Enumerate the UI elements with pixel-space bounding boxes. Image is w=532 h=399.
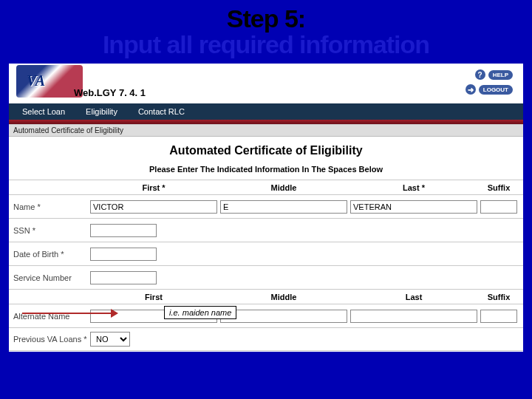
- breadcrumb: Automated Certificate of Eligibility: [9, 124, 523, 137]
- eligibility-form: First * Middle Last * Suffix Name * SSN …: [9, 180, 523, 351]
- menu-contact-rlc[interactable]: Contact RLC: [138, 107, 185, 116]
- app-title: Web.LGY 7. 4. 1: [74, 87, 146, 98]
- last-name-field[interactable]: [350, 200, 477, 214]
- page-title: Automated Certificate of Eligibility: [9, 144, 523, 157]
- app-screenshot: VA Web.LGY 7. 4. 1 ? HELP ➜ LOGOUT Selec…: [9, 64, 523, 352]
- col-alt-last: Last: [350, 293, 477, 301]
- slide-subtitle: Input all required information: [0, 30, 532, 59]
- col-last: Last *: [350, 183, 477, 192]
- suffix-field[interactable]: [480, 200, 517, 214]
- col-alt-middle: Middle: [220, 293, 347, 301]
- label-ssn: SSN *: [9, 226, 90, 235]
- va-logo: VA: [16, 65, 83, 98]
- alt-middle-field[interactable]: [220, 310, 347, 323]
- help-icon[interactable]: ?: [475, 69, 485, 80]
- logout-icon[interactable]: ➜: [466, 84, 476, 95]
- slide-title: Step 5: Input all required information: [0, 0, 532, 59]
- annotation-maiden-name: i.e. maiden name: [164, 306, 236, 319]
- col-middle: Middle: [220, 183, 347, 192]
- service-number-field[interactable]: [90, 271, 157, 284]
- first-name-field[interactable]: [90, 200, 217, 214]
- label-dob: Date of Birth *: [9, 250, 90, 259]
- app-header: VA Web.LGY 7. 4. 1 ? HELP ➜ LOGOUT: [9, 64, 523, 103]
- col-alt-first: First: [90, 293, 217, 301]
- ssn-field[interactable]: [90, 224, 157, 237]
- menu-select-loan[interactable]: Select Loan: [22, 107, 65, 116]
- alt-suffix-field[interactable]: [480, 310, 517, 323]
- middle-name-field[interactable]: [220, 200, 347, 214]
- label-service-number: Service Number: [9, 273, 90, 282]
- previous-loans-select[interactable]: NO: [90, 332, 130, 347]
- annotation-arrow: [22, 309, 118, 318]
- menu-bar: Select Loan Eligibility Contact RLC: [9, 103, 523, 120]
- label-previous-loans: Previous VA Loans *: [9, 335, 90, 344]
- form-prompt: Please Enter The Indicated Information I…: [9, 165, 523, 174]
- menu-eligibility[interactable]: Eligibility: [86, 107, 117, 116]
- alt-last-field[interactable]: [350, 310, 477, 323]
- label-name: Name *: [9, 202, 90, 211]
- dob-field[interactable]: [90, 248, 157, 261]
- col-suffix: Suffix: [480, 183, 517, 192]
- logout-link[interactable]: LOGOUT: [479, 85, 513, 95]
- col-first: First *: [90, 183, 217, 192]
- step-label: Step 5:: [0, 4, 532, 33]
- help-link[interactable]: HELP: [488, 70, 513, 80]
- col-alt-suffix: Suffix: [480, 293, 517, 301]
